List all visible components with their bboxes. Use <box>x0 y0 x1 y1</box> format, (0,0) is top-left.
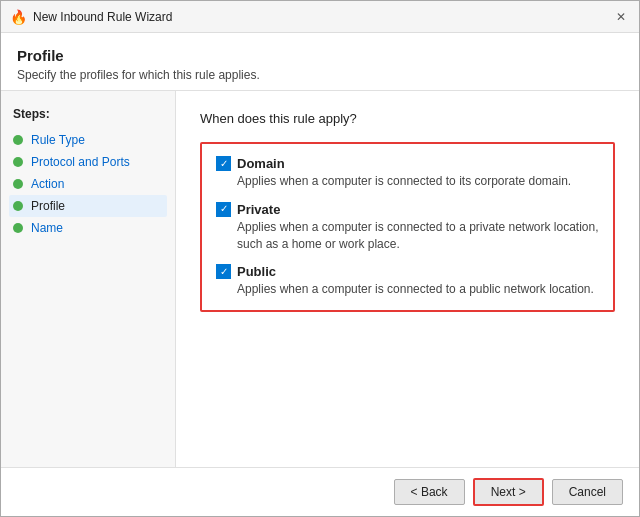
sidebar-item-protocol-ports[interactable]: Protocol and Ports <box>9 151 167 173</box>
sidebar: Steps: Rule Type Protocol and Ports Acti… <box>1 91 176 467</box>
step-dot-protocol-ports <box>13 157 23 167</box>
sidebar-item-label: Action <box>31 177 64 191</box>
profile-header-domain: Domain <box>216 156 599 171</box>
profiles-box: Domain Applies when a computer is connec… <box>200 142 615 312</box>
footer: < Back Next > Cancel <box>1 467 639 516</box>
window-title: New Inbound Rule Wizard <box>33 10 172 24</box>
sidebar-item-profile[interactable]: Profile <box>9 195 167 217</box>
sidebar-item-action[interactable]: Action <box>9 173 167 195</box>
steps-label: Steps: <box>9 107 167 121</box>
public-checkbox[interactable] <box>216 264 231 279</box>
domain-description: Applies when a computer is connected to … <box>216 173 599 190</box>
sidebar-item-label: Protocol and Ports <box>31 155 130 169</box>
wizard-window: 🔥 New Inbound Rule Wizard ✕ Profile Spec… <box>0 0 640 517</box>
private-label: Private <box>237 202 280 217</box>
titlebar-left: 🔥 New Inbound Rule Wizard <box>9 8 172 26</box>
profile-header-private: Private <box>216 202 599 217</box>
page-subtitle: Specify the profiles for which this rule… <box>17 68 623 82</box>
sidebar-item-rule-type[interactable]: Rule Type <box>9 129 167 151</box>
step-dot-action <box>13 179 23 189</box>
profile-option-domain: Domain Applies when a computer is connec… <box>216 156 599 190</box>
domain-checkbox[interactable] <box>216 156 231 171</box>
domain-label: Domain <box>237 156 285 171</box>
profile-option-public: Public Applies when a computer is connec… <box>216 264 599 298</box>
profile-option-private: Private Applies when a computer is conne… <box>216 202 599 253</box>
step-dot-rule-type <box>13 135 23 145</box>
main-body: Steps: Rule Type Protocol and Ports Acti… <box>1 91 639 467</box>
cancel-button[interactable]: Cancel <box>552 479 623 505</box>
public-label: Public <box>237 264 276 279</box>
page-title: Profile <box>17 47 623 64</box>
private-checkbox[interactable] <box>216 202 231 217</box>
app-icon: 🔥 <box>9 8 27 26</box>
back-button[interactable]: < Back <box>394 479 465 505</box>
page-header: Profile Specify the profiles for which t… <box>1 33 639 91</box>
sidebar-item-label: Profile <box>31 199 65 213</box>
sidebar-item-label: Rule Type <box>31 133 85 147</box>
step-dot-name <box>13 223 23 233</box>
step-dot-profile <box>13 201 23 211</box>
question-text: When does this rule apply? <box>200 111 615 126</box>
next-button[interactable]: Next > <box>473 478 544 506</box>
profile-header-public: Public <box>216 264 599 279</box>
private-description: Applies when a computer is connected to … <box>216 219 599 253</box>
titlebar: 🔥 New Inbound Rule Wizard ✕ <box>1 1 639 33</box>
public-description: Applies when a computer is connected to … <box>216 281 599 298</box>
content-area: Profile Specify the profiles for which t… <box>1 33 639 516</box>
right-panel: When does this rule apply? Domain Applie… <box>176 91 639 467</box>
close-button[interactable]: ✕ <box>611 7 631 27</box>
sidebar-item-name[interactable]: Name <box>9 217 167 239</box>
sidebar-item-label: Name <box>31 221 63 235</box>
